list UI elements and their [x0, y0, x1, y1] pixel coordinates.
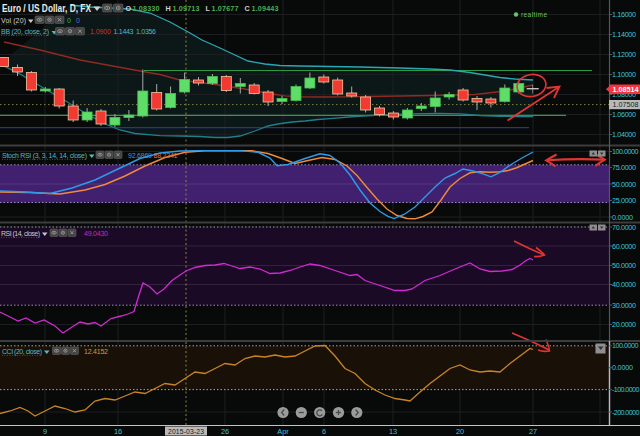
svg-text:92.6869: 92.6869	[128, 152, 152, 159]
svg-text:9: 9	[43, 427, 47, 436]
svg-text:40.0000: 40.0000	[612, 280, 636, 289]
svg-text:88.2241: 88.2241	[154, 152, 178, 159]
svg-text:25.0000: 25.0000	[612, 196, 636, 205]
svg-text:12.4152: 12.4152	[84, 348, 108, 355]
svg-text:Apr: Apr	[277, 427, 289, 436]
svg-text:1.0900: 1.0900	[90, 28, 111, 35]
svg-text:H: H	[166, 4, 171, 13]
svg-text:1.10000: 1.10000	[612, 70, 636, 79]
svg-text:1.07508: 1.07508	[613, 100, 639, 109]
svg-text:100.0000: 100.0000	[612, 147, 639, 156]
svg-text:100.0000: 100.0000	[612, 341, 639, 350]
svg-text:1.14000: 1.14000	[612, 30, 636, 39]
svg-text:49.0430: 49.0430	[84, 230, 108, 237]
svg-text:L: L	[206, 4, 211, 13]
svg-text:26: 26	[221, 427, 229, 436]
svg-text:1.08330: 1.08330	[133, 4, 160, 13]
svg-text:Euro / US Dollar, D, FX: Euro / US Dollar, D, FX	[2, 3, 91, 14]
svg-text:0.0000: 0.0000	[612, 213, 633, 222]
svg-text:27: 27	[529, 427, 537, 436]
svg-text:20.0000: 20.0000	[612, 320, 636, 329]
svg-text:BB (20, close, 2): BB (20, close, 2)	[1, 28, 49, 36]
svg-text:60.0000: 60.0000	[612, 242, 636, 251]
svg-text:50.0000: 50.0000	[612, 261, 636, 270]
svg-text:1.1443: 1.1443	[114, 28, 134, 35]
svg-text:realtime: realtime	[521, 11, 547, 18]
svg-text:Stoch RSI (3, 3, 14, 14, close: Stoch RSI (3, 3, 14, 14, close)	[2, 152, 87, 160]
svg-text:-200.0000: -200.0000	[612, 408, 640, 417]
svg-text:1.04000: 1.04000	[612, 130, 636, 139]
svg-text:1.0356: 1.0356	[136, 28, 156, 35]
svg-text:6: 6	[322, 427, 326, 436]
svg-text:13: 13	[389, 427, 397, 436]
svg-text:1.16000: 1.16000	[612, 10, 636, 19]
svg-text:1.07677: 1.07677	[212, 4, 239, 13]
svg-text:20: 20	[456, 427, 464, 436]
svg-text:75.0000: 75.0000	[612, 163, 636, 172]
svg-text:2015-03-23: 2015-03-23	[168, 428, 204, 435]
svg-text:0: 0	[67, 17, 71, 24]
svg-text:70.0000: 70.0000	[612, 223, 636, 232]
svg-text:50.0000: 50.0000	[612, 180, 636, 189]
svg-text:O: O	[126, 4, 132, 13]
svg-text:0.0000: 0.0000	[612, 363, 633, 372]
svg-text:1.06000: 1.06000	[612, 110, 636, 119]
svg-text:-100.0000: -100.0000	[612, 385, 640, 394]
svg-text:C: C	[245, 4, 250, 13]
svg-text:CCI (20, close): CCI (20, close)	[2, 348, 42, 356]
svg-text:1.09713: 1.09713	[173, 4, 200, 13]
svg-text:1.12000: 1.12000	[612, 50, 636, 59]
svg-text:0: 0	[76, 17, 80, 24]
svg-text:1.09443: 1.09443	[252, 4, 279, 13]
svg-text:Vol (20): Vol (20)	[1, 17, 26, 25]
svg-text:16: 16	[114, 427, 122, 436]
svg-text:30.0000: 30.0000	[612, 301, 636, 310]
svg-text:RSI (14, close): RSI (14, close)	[1, 230, 40, 238]
svg-text:1.08514: 1.08514	[613, 85, 639, 94]
